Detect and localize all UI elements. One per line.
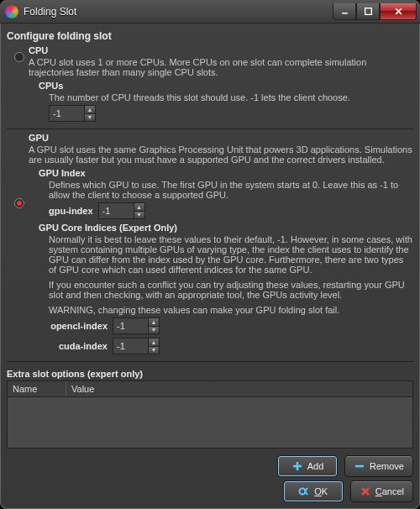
gpu-section: GPU A GPU slot uses the same Graphics Pr…: [7, 133, 413, 358]
gpu-index-desc: Defines which GPU to use. The first GPU …: [49, 180, 413, 200]
cpu-radio[interactable]: [14, 52, 24, 62]
gpu-core-title: GPU Core Indices (Expert Only): [39, 223, 413, 233]
plus-icon: [291, 460, 303, 472]
title-bar: Folding Slot: [0, 0, 420, 24]
gpu-index-spin-down[interactable]: ▼: [134, 211, 145, 220]
col-name: Name: [8, 381, 66, 396]
table-body[interactable]: [8, 397, 412, 448]
cancel-button[interactable]: Cancel: [350, 480, 413, 502]
window: Folding Slot Configure folding slot CPU: [0, 0, 420, 509]
svg-point-7: [300, 489, 306, 495]
radio-cell-cpu: [10, 45, 29, 62]
dialog-buttons: OK Cancel: [7, 480, 413, 502]
cpu-title: CPU: [29, 45, 413, 55]
cpus-title: CPUs: [39, 81, 413, 91]
gpu-core-p3: WARNING, changing these values can make …: [49, 305, 413, 315]
svg-rect-1: [365, 8, 371, 14]
dialog-heading: Configure folding slot: [7, 30, 413, 42]
maximize-button[interactable]: [356, 3, 380, 20]
app-icon: [5, 5, 18, 18]
cpus-spin-up[interactable]: ▲: [84, 105, 96, 113]
dialog-body: Configure folding slot CPU A CPU slot us…: [0, 24, 420, 509]
add-label: Add: [307, 461, 324, 471]
cpus-desc: The number of CPU threads this slot shou…: [49, 92, 413, 102]
cpu-section: CPU A CPU slot uses 1 or more CPUs. More…: [7, 45, 413, 125]
ok-label: OK: [314, 486, 328, 496]
table-buttons: Add Remove: [7, 455, 413, 477]
cpu-desc: A CPU slot uses 1 or more CPUs. More CPU…: [29, 57, 413, 77]
gpu-core-p1: Normally it is best to leave these value…: [49, 234, 413, 275]
close-button[interactable]: [380, 3, 417, 20]
cuda-input[interactable]: [113, 338, 148, 354]
gpu-index-input[interactable]: [98, 202, 134, 219]
opencl-spin-up[interactable]: ▲: [148, 317, 160, 326]
divider: [7, 361, 413, 362]
cpus-spin-down[interactable]: ▼: [84, 113, 96, 123]
col-value: Value: [66, 381, 412, 396]
window-title: Folding Slot: [24, 6, 333, 18]
svg-line-8: [305, 488, 307, 491]
add-button[interactable]: Add: [277, 455, 338, 477]
gpu-index-spinner[interactable]: ▲ ▼: [98, 202, 145, 219]
cuda-spinner[interactable]: ▲ ▼: [113, 338, 160, 354]
cancel-label: Cancel: [375, 486, 404, 496]
gpu-radio[interactable]: [14, 198, 24, 208]
gpu-core-p2: If you encounter such a conflict you can…: [49, 280, 413, 300]
cuda-label: cuda-index: [49, 341, 108, 351]
gpu-desc: A GPU slot uses the same Graphics Proces…: [29, 144, 413, 165]
extra-title: Extra slot options (expert only): [7, 369, 413, 379]
minus-icon: [354, 460, 365, 472]
gpu-index-spin-up[interactable]: ▲: [134, 202, 145, 211]
ok-icon: [298, 485, 310, 497]
table-header-row: Name Value: [8, 381, 412, 397]
cuda-spin-up[interactable]: ▲: [148, 338, 160, 346]
minimize-button[interactable]: [333, 3, 356, 20]
opencl-input[interactable]: [113, 317, 148, 334]
gpu-index-label: gpu-index: [49, 206, 93, 216]
radio-cell-gpu: [10, 133, 29, 208]
gpu-title: GPU: [29, 133, 413, 143]
remove-label: Remove: [370, 461, 404, 471]
ok-button[interactable]: OK: [283, 480, 344, 502]
remove-button[interactable]: Remove: [344, 455, 413, 477]
svg-line-9: [305, 491, 307, 495]
window-controls: [333, 3, 417, 20]
gpu-index-title: GPU Index: [39, 168, 413, 178]
cancel-icon: [360, 485, 371, 497]
opencl-spinner[interactable]: ▲ ▼: [113, 317, 160, 334]
cpus-input[interactable]: [49, 105, 84, 122]
opencl-spin-down[interactable]: ▼: [148, 326, 160, 335]
cuda-spin-down[interactable]: ▼: [148, 346, 160, 355]
extra-options-table: Name Value: [7, 380, 413, 449]
divider: [7, 129, 413, 129]
cpus-spinner[interactable]: ▲ ▼: [49, 105, 96, 122]
opencl-label: opencl-index: [49, 321, 108, 331]
